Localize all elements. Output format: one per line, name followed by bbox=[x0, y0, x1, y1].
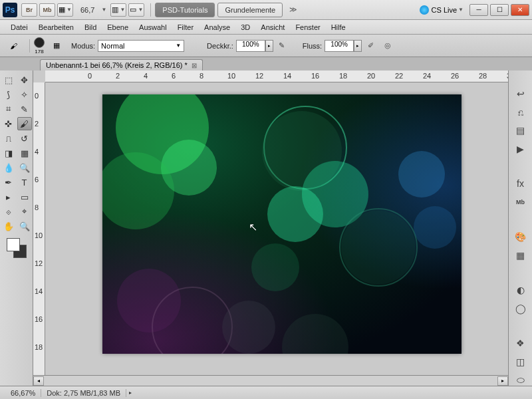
pen-tool[interactable]: ✒ bbox=[1, 176, 16, 189]
history-panel-icon[interactable]: ↩ bbox=[513, 88, 528, 100]
flow-input[interactable]: 100% bbox=[325, 40, 354, 52]
close-tab-icon[interactable]: ⊠ bbox=[192, 62, 197, 69]
3d-camera-tool[interactable]: ⌖ bbox=[17, 205, 32, 218]
view-extras-button[interactable]: ▦▼ bbox=[57, 3, 73, 17]
stamp-tool[interactable]: ⎍ bbox=[1, 132, 16, 145]
pressure-opacity-icon[interactable]: ✎ bbox=[275, 39, 289, 53]
opacity-input[interactable]: 100% bbox=[236, 40, 265, 52]
title-bar: Ps Br Mb ▦▼ 66,7▼ ▥▼ ▭▼ PSD-Tutorials Gr… bbox=[0, 0, 532, 20]
move-tool[interactable]: ✥ bbox=[17, 73, 32, 86]
marquee-tool[interactable]: ⬚ bbox=[1, 73, 16, 86]
channels-panel-icon[interactable]: ◫ bbox=[513, 356, 528, 368]
workspace-tab-tutorials[interactable]: PSD-Tutorials bbox=[155, 3, 215, 17]
flow-flyout-icon[interactable]: ▸ bbox=[354, 40, 362, 52]
menu-ebene[interactable]: Ebene bbox=[102, 21, 134, 33]
flow-label: Fluss: bbox=[303, 42, 322, 50]
eraser-tool[interactable]: ◨ bbox=[1, 146, 16, 160]
hand-tool[interactable]: ✋ bbox=[1, 219, 16, 233]
document-tabs: Unbenannt-1 bei 66,7% (Kreis 2, RGB/16) … bbox=[0, 57, 532, 70]
paths-panel-icon[interactable]: ⬭ bbox=[513, 374, 528, 386]
screen-mode-button[interactable]: ▭▼ bbox=[128, 3, 144, 17]
zoom-level[interactable]: 66,7 bbox=[80, 6, 94, 14]
zoom-tool[interactable]: 🔍 bbox=[17, 219, 32, 233]
workspace-more-icon[interactable]: ≫ bbox=[289, 5, 297, 14]
minimize-button[interactable]: ─ bbox=[469, 4, 488, 16]
menu-auswahl[interactable]: Auswahl bbox=[134, 21, 172, 33]
pressure-size-icon[interactable]: ◎ bbox=[381, 39, 394, 53]
minibridge-panel-icon[interactable]: Mb bbox=[513, 196, 528, 208]
status-zoom[interactable]: 66,67% bbox=[5, 389, 41, 397]
airbrush-icon[interactable]: ✐ bbox=[364, 39, 377, 53]
svg-point-15 bbox=[117, 269, 181, 332]
ruler-horizontal[interactable]: 024681012141618202224262830 bbox=[45, 70, 508, 82]
minibridge-button[interactable]: Mb bbox=[39, 3, 55, 17]
heal-tool[interactable]: ✜ bbox=[1, 117, 16, 130]
styles-panel-icon[interactable]: fx bbox=[513, 178, 528, 190]
scroll-right-button[interactable]: ▸ bbox=[497, 376, 508, 386]
brush-tool[interactable]: 🖌 bbox=[17, 117, 32, 130]
mode-label: Modus: bbox=[71, 42, 95, 50]
wand-tool[interactable]: ✧ bbox=[17, 88, 32, 101]
menu-bild[interactable]: Bild bbox=[79, 21, 102, 33]
menu-filter[interactable]: Filter bbox=[172, 21, 199, 33]
brush-panel-toggle[interactable]: ▦ bbox=[49, 38, 65, 54]
comps-panel-icon[interactable]: ▤ bbox=[513, 124, 528, 136]
menu-datei[interactable]: Datei bbox=[5, 21, 33, 33]
bridge-button[interactable]: Br bbox=[21, 3, 37, 17]
zoom-dropdown-icon[interactable]: ▼ bbox=[101, 7, 106, 13]
blur-tool[interactable]: 💧 bbox=[1, 161, 16, 174]
actions-panel-icon[interactable]: ▶ bbox=[513, 143, 528, 155]
menu-bearbeiten[interactable]: Bearbeiten bbox=[33, 21, 79, 33]
menu-3d[interactable]: 3D bbox=[235, 21, 255, 33]
dodge-tool[interactable]: 🔍 bbox=[17, 161, 32, 174]
menu-analyse[interactable]: Analyse bbox=[199, 21, 235, 33]
opacity-flyout-icon[interactable]: ▸ bbox=[265, 40, 273, 52]
cs-live-button[interactable]: CS Live ▼ bbox=[420, 5, 464, 15]
brush-preset-picker[interactable]: 178 bbox=[34, 37, 45, 55]
foreground-color-swatch[interactable] bbox=[7, 238, 20, 251]
presets-panel-icon[interactable]: ⎌ bbox=[513, 106, 528, 118]
cs-live-icon bbox=[420, 5, 429, 15]
layers-panel-icon[interactable]: ❖ bbox=[513, 337, 528, 349]
options-bar: 🖌 178 ▦ Modus: Normal▼ Deckkr.: 100% ▸ ✎… bbox=[0, 35, 532, 57]
toolbox: ⬚ ✥ ⟆ ✧ ⌗ ✎ ✜ 🖌 ⎍ ↺ ◨ ▦ 💧 🔍 ✒ T ▸ ▭ ⟐ ⌖ … bbox=[0, 70, 33, 386]
close-button[interactable]: ✕ bbox=[511, 4, 529, 16]
color-swatches[interactable] bbox=[7, 238, 27, 258]
path-select-tool[interactable]: ▸ bbox=[1, 190, 16, 203]
scrollbar-horizontal[interactable]: ◂ ▸ bbox=[33, 375, 508, 386]
color-panel-icon[interactable]: 🎨 bbox=[513, 231, 528, 243]
shape-tool[interactable]: ▭ bbox=[17, 190, 32, 203]
scroll-left-button[interactable]: ◂ bbox=[33, 376, 44, 386]
arrange-docs-button[interactable]: ▥▼ bbox=[110, 3, 126, 17]
mode-select[interactable]: Normal▼ bbox=[98, 40, 184, 52]
menu-ansicht[interactable]: Ansicht bbox=[255, 21, 290, 33]
swatches-panel-icon[interactable]: ▦ bbox=[513, 249, 528, 261]
history-brush-tool[interactable]: ↺ bbox=[17, 132, 32, 145]
workspace: 024681012141618202224262830 024681012141… bbox=[33, 70, 508, 386]
menu-bar: Datei Bearbeiten Bild Ebene Auswahl Filt… bbox=[0, 20, 532, 35]
menu-fenster[interactable]: Fenster bbox=[290, 21, 325, 33]
type-tool[interactable]: T bbox=[17, 176, 32, 189]
gradient-tool[interactable]: ▦ bbox=[17, 146, 32, 160]
status-doc-size[interactable]: Dok: 2,75 MB/1,83 MB bbox=[41, 389, 126, 397]
document-tab[interactable]: Unbenannt-1 bei 66,7% (Kreis 2, RGB/16) … bbox=[40, 59, 203, 70]
eyedropper-tool[interactable]: ✎ bbox=[17, 102, 32, 116]
lasso-tool[interactable]: ⟆ bbox=[1, 88, 16, 101]
menu-hilfe[interactable]: Hilfe bbox=[326, 21, 351, 33]
status-flyout-icon[interactable]: ▸ bbox=[129, 390, 132, 396]
opacity-label: Deckkr.: bbox=[207, 42, 233, 50]
svg-point-13 bbox=[398, 151, 445, 198]
crop-tool[interactable]: ⌗ bbox=[1, 102, 16, 116]
ruler-vertical[interactable]: 024681012141618 bbox=[33, 82, 45, 375]
tool-preset-brush-icon[interactable]: 🖌 bbox=[5, 38, 21, 54]
3d-tool[interactable]: ⟐ bbox=[1, 205, 16, 218]
workspace-tab-grundelemente[interactable]: Grundelemente bbox=[217, 3, 283, 17]
canvas[interactable]: ↖ bbox=[102, 94, 462, 354]
svg-point-14 bbox=[414, 206, 456, 249]
adjustments-panel-icon[interactable]: ◐ bbox=[513, 284, 528, 296]
maximize-button[interactable]: ☐ bbox=[490, 4, 509, 16]
svg-point-17 bbox=[222, 301, 275, 354]
masks-panel-icon[interactable]: ◯ bbox=[513, 303, 528, 315]
svg-point-12 bbox=[341, 210, 416, 285]
canvas-area[interactable]: ↖ bbox=[45, 82, 508, 375]
